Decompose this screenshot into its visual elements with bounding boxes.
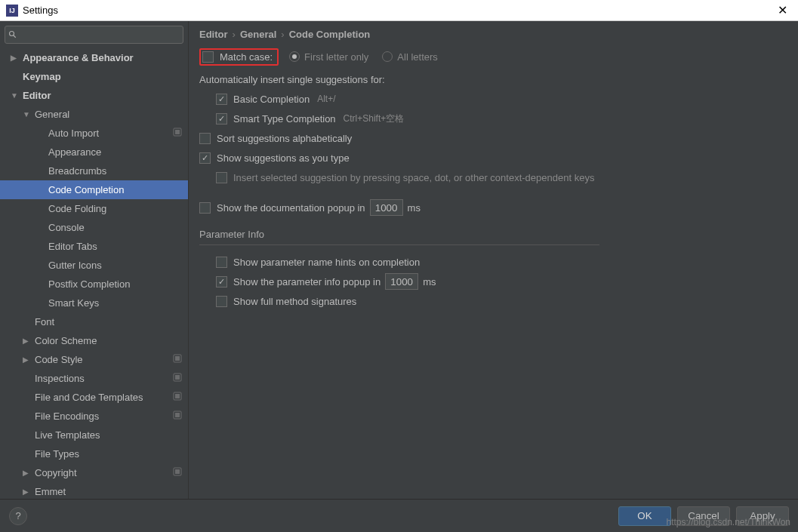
apply-button[interactable]: Apply [736, 506, 789, 526]
insert-space-checkbox[interactable] [216, 172, 227, 183]
param-popup-checkbox[interactable] [216, 276, 227, 288]
scope-icon [173, 411, 182, 422]
sidebar-item-emmet[interactable]: ▶Emmet [0, 482, 188, 499]
show-doc-checkbox[interactable] [199, 202, 211, 214]
sidebar-item-console[interactable]: Console [0, 218, 188, 237]
sidebar-item-live-templates[interactable]: Live Templates [0, 426, 188, 444]
sidebar-item-file-types[interactable]: File Types [0, 444, 188, 463]
svg-rect-13 [175, 469, 180, 474]
search-icon [8, 30, 17, 39]
section-divider [199, 244, 599, 245]
sidebar-item-label: Code Folding [48, 203, 188, 214]
all-letters-radio[interactable] [382, 51, 393, 62]
scope-icon [173, 373, 182, 384]
svg-rect-3 [175, 130, 180, 134]
match-case-highlight: Match case: [199, 48, 279, 66]
sidebar-item-copyright[interactable]: ▶Copyright [0, 463, 188, 482]
sidebar-item-code-style[interactable]: ▶Code Style [0, 350, 188, 369]
sidebar-item-label: Editor Tabs [48, 241, 188, 252]
sort-alpha-label: Sort suggestions alphabetically [217, 133, 352, 144]
sidebar-item-general[interactable]: ▼General [0, 105, 188, 124]
titlebar: IJ Settings ✕ [0, 0, 798, 21]
sidebar-item-label: Postfix Completion [48, 278, 188, 290]
sidebar-item-font[interactable]: Font [0, 312, 188, 331]
scope-icon [173, 467, 182, 478]
ms-label-2: ms [423, 276, 436, 288]
settings-tree: ▶Appearance & BehaviorKeymap▼Editor▼Gene… [0, 48, 188, 499]
sidebar-item-label: Live Templates [35, 429, 188, 441]
sort-alpha-checkbox[interactable] [199, 133, 211, 144]
tree-arrow-icon: ▶ [23, 337, 32, 345]
sidebar-item-code-folding[interactable]: Code Folding [0, 199, 188, 218]
sidebar-item-gutter-icons[interactable]: Gutter Icons [0, 256, 188, 275]
param-hints-checkbox[interactable] [216, 257, 227, 268]
search-input[interactable] [5, 26, 183, 44]
sidebar-item-label: Console [48, 222, 188, 233]
all-letters-label: All letters [397, 51, 437, 63]
basic-completion-checkbox[interactable] [216, 94, 227, 105]
sidebar-item-color-scheme[interactable]: ▶Color Scheme [0, 331, 188, 350]
first-letter-label: First letter only [304, 51, 368, 63]
sidebar: ▶Appearance & BehaviorKeymap▼Editor▼Gene… [0, 21, 189, 499]
sidebar-item-label: File Encodings [35, 411, 173, 422]
sidebar-item-inspections[interactable]: Inspections [0, 369, 188, 388]
match-case-label: Match case: [220, 51, 273, 63]
sidebar-item-label: Keymap [23, 71, 188, 82]
sidebar-item-smart-keys[interactable]: Smart Keys [0, 294, 188, 312]
smart-shortcut: Ctrl+Shift+空格 [344, 112, 405, 125]
svg-point-0 [10, 32, 14, 36]
close-icon[interactable]: ✕ [773, 3, 792, 17]
sidebar-item-appearance-behavior[interactable]: ▶Appearance & Behavior [0, 48, 188, 67]
sidebar-item-label: Inspections [35, 373, 173, 384]
sidebar-item-breadcrumbs[interactable]: Breadcrumbs [0, 161, 188, 180]
app-icon: IJ [6, 5, 18, 17]
sidebar-item-appearance[interactable]: Appearance [0, 143, 188, 161]
footer: ? OK Cancel Apply https://blog.csdn.net/… [0, 499, 798, 532]
match-case-checkbox[interactable] [202, 51, 214, 63]
sidebar-item-label: File Types [35, 448, 188, 460]
breadcrumb: Editor›General›Code Completion [189, 21, 798, 43]
insert-space-label: Insert selected suggestion by pressing s… [233, 172, 594, 183]
help-button[interactable]: ? [9, 507, 27, 525]
param-popup-label: Show the parameter info popup in [233, 276, 381, 288]
sidebar-item-label: Copyright [35, 467, 173, 478]
sidebar-item-label: Smart Keys [48, 297, 188, 309]
sidebar-item-keymap[interactable]: Keymap [0, 67, 188, 86]
full-sig-checkbox[interactable] [216, 296, 227, 307]
svg-line-1 [14, 35, 16, 38]
scope-icon [173, 354, 182, 365]
sidebar-item-label: General [35, 109, 188, 120]
sidebar-item-code-completion[interactable]: Code Completion [0, 180, 188, 199]
smart-completion-checkbox[interactable] [216, 113, 227, 125]
show-doc-label: Show the documentation popup in [217, 202, 365, 214]
smart-completion-label: Smart Type Completion [233, 113, 336, 125]
sidebar-item-postfix-completion[interactable]: Postfix Completion [0, 275, 188, 294]
sidebar-item-label: Code Completion [48, 184, 188, 195]
svg-rect-5 [175, 356, 180, 361]
tree-arrow-icon: ▶ [11, 54, 20, 62]
sidebar-item-editor-tabs[interactable]: Editor Tabs [0, 237, 188, 256]
show-as-type-checkbox[interactable] [199, 152, 211, 164]
sidebar-item-file-encodings[interactable]: File Encodings [0, 407, 188, 426]
sidebar-item-auto-import[interactable]: Auto Import [0, 124, 188, 143]
first-letter-radio[interactable] [289, 51, 300, 62]
svg-rect-11 [175, 413, 180, 417]
scope-icon [173, 392, 182, 403]
sidebar-item-label: File and Code Templates [35, 392, 173, 403]
param-hints-label: Show parameter name hints on completion [233, 257, 420, 268]
sidebar-item-label: Code Style [35, 354, 173, 365]
sidebar-item-label: Font [35, 316, 188, 328]
sidebar-item-label: Breadcrumbs [48, 165, 188, 177]
tree-arrow-icon: ▶ [23, 469, 32, 477]
parameter-info-header: Parameter Info [199, 229, 787, 240]
tree-arrow-icon: ▶ [23, 355, 32, 364]
sidebar-item-label: Appearance & Behavior [23, 52, 188, 63]
sidebar-item-label: Appearance [48, 146, 188, 158]
tree-arrow-icon: ▼ [23, 110, 32, 118]
ok-button[interactable]: OK [618, 506, 671, 526]
sidebar-item-editor[interactable]: ▼Editor [0, 86, 188, 105]
sidebar-item-file-and-code-templates[interactable]: File and Code Templates [0, 388, 188, 407]
cancel-button[interactable]: Cancel [677, 506, 730, 526]
doc-ms-input[interactable] [370, 199, 403, 216]
param-ms-input[interactable] [385, 273, 418, 290]
